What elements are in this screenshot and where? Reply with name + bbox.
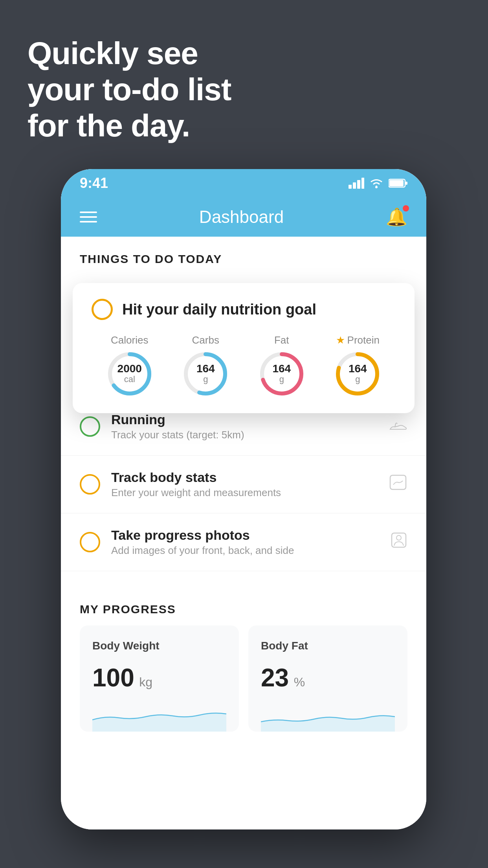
- macro-calories: Calories 2000 cal: [106, 334, 153, 397]
- progress-cards: Body Weight 100 kg: [80, 625, 407, 732]
- calories-unit: cal: [117, 374, 142, 384]
- running-checkbox[interactable]: [80, 416, 100, 437]
- carbs-label: Carbs: [192, 334, 219, 346]
- carbs-value: 164: [196, 363, 215, 374]
- protein-unit: g: [349, 374, 367, 384]
- photos-text: Take progress photos Add images of your …: [111, 528, 379, 557]
- macros-row: Calories 2000 cal: [92, 334, 396, 397]
- svg-rect-0: [349, 185, 352, 189]
- body-weight-card: Body Weight 100 kg: [80, 625, 239, 732]
- calories-label: Calories: [111, 334, 148, 346]
- body-stats-checkbox[interactable]: [80, 474, 100, 495]
- protein-value: 164: [349, 363, 367, 374]
- notification-dot: [403, 205, 409, 211]
- headline-line3: for the day.: [28, 108, 231, 144]
- photos-checkbox[interactable]: [80, 532, 100, 552]
- body-weight-card-title: Body Weight: [92, 640, 226, 652]
- phone-content: THINGS TO DO TODAY Hit your daily nutrit…: [61, 237, 426, 829]
- nutrition-checkbox[interactable]: [92, 299, 113, 320]
- star-icon: ★: [336, 334, 345, 346]
- body-stats-text: Track body stats Enter your weight and m…: [111, 470, 378, 499]
- nutrition-card-title: Hit your daily nutrition goal: [122, 301, 316, 318]
- calories-value: 2000: [117, 363, 142, 374]
- list-item-photos[interactable]: Take progress photos Add images of your …: [61, 513, 426, 571]
- photos-subtitle: Add images of your front, back, and side: [111, 544, 379, 557]
- macro-carbs: Carbs 164 g: [182, 334, 229, 397]
- svg-rect-2: [357, 180, 360, 189]
- macro-fat: Fat 164 g: [258, 334, 305, 397]
- body-fat-card: Body Fat 23 %: [248, 625, 407, 732]
- shoe-icon: [389, 417, 407, 436]
- body-weight-unit: kg: [139, 675, 152, 689]
- macro-protein: ★ Protein 164 g: [334, 334, 381, 397]
- progress-title: MY PROGRESS: [80, 587, 407, 625]
- headline-line2: your to-do list: [28, 72, 231, 108]
- body-fat-row: 23 %: [261, 663, 395, 692]
- signal-icon: [349, 178, 364, 189]
- svg-point-4: [375, 186, 378, 188]
- body-fat-card-title: Body Fat: [261, 640, 395, 652]
- phone-mockup: 9:41: [61, 169, 426, 829]
- fat-unit: g: [272, 374, 291, 384]
- fat-donut: 164 g: [258, 350, 305, 397]
- running-text: Running Track your stats (target: 5km): [111, 412, 378, 441]
- running-title: Running: [111, 412, 378, 427]
- body-stats-title: Track body stats: [111, 470, 378, 485]
- carbs-donut: 164 g: [182, 350, 229, 397]
- todo-list: Running Track your stats (target: 5km): [61, 398, 426, 732]
- body-fat-value: 23: [261, 664, 289, 692]
- body-fat-chart: [261, 700, 395, 732]
- svg-rect-1: [353, 182, 356, 189]
- photos-title: Take progress photos: [111, 528, 379, 543]
- scale-icon: [389, 474, 407, 495]
- person-icon: [390, 531, 407, 553]
- svg-rect-7: [405, 182, 407, 185]
- wifi-icon: [369, 178, 384, 189]
- status-icons: [349, 178, 407, 189]
- phone-screen: 9:41: [61, 169, 426, 829]
- protein-center: 164 g: [349, 363, 367, 384]
- svg-point-18: [396, 535, 401, 540]
- carbs-center: 164 g: [196, 363, 215, 384]
- body-stats-subtitle: Enter your weight and measurements: [111, 487, 378, 499]
- fat-center: 164 g: [272, 363, 291, 384]
- headline-line1: Quickly see: [28, 35, 231, 72]
- protein-label: ★ Protein: [336, 334, 380, 346]
- protein-donut: 164 g: [334, 350, 381, 397]
- nav-bar: Dashboard 🔔: [61, 197, 426, 237]
- body-fat-unit: %: [294, 675, 305, 689]
- running-subtitle: Track your stats (target: 5km): [111, 429, 378, 441]
- notification-bell[interactable]: 🔔: [386, 207, 407, 227]
- nutrition-card-header: Hit your daily nutrition goal: [92, 299, 396, 320]
- body-weight-chart: [92, 700, 226, 732]
- hamburger-menu[interactable]: [80, 211, 97, 223]
- things-section-header: THINGS TO DO TODAY: [61, 237, 426, 274]
- progress-section: MY PROGRESS Body Weight 100 kg: [61, 571, 426, 732]
- hamburger-line: [80, 221, 97, 223]
- status-bar: 9:41: [61, 169, 426, 197]
- fat-value: 164: [272, 363, 291, 374]
- body-weight-value: 100: [92, 664, 134, 692]
- nav-title: Dashboard: [199, 207, 284, 227]
- body-weight-row: 100 kg: [92, 663, 226, 692]
- hamburger-line: [80, 216, 97, 218]
- headline-text: Quickly see your to-do list for the day.: [28, 35, 231, 144]
- hamburger-line: [80, 211, 97, 213]
- status-time: 9:41: [80, 175, 108, 191]
- fat-label: Fat: [274, 334, 289, 346]
- svg-rect-6: [389, 180, 404, 186]
- carbs-unit: g: [196, 374, 215, 384]
- calories-donut: 2000 cal: [106, 350, 153, 397]
- list-item-body-stats[interactable]: Track body stats Enter your weight and m…: [61, 456, 426, 513]
- calories-center: 2000 cal: [117, 363, 142, 384]
- svg-rect-3: [361, 178, 364, 189]
- nutrition-card[interactable]: Hit your daily nutrition goal Calories: [73, 283, 415, 413]
- battery-icon: [389, 178, 407, 188]
